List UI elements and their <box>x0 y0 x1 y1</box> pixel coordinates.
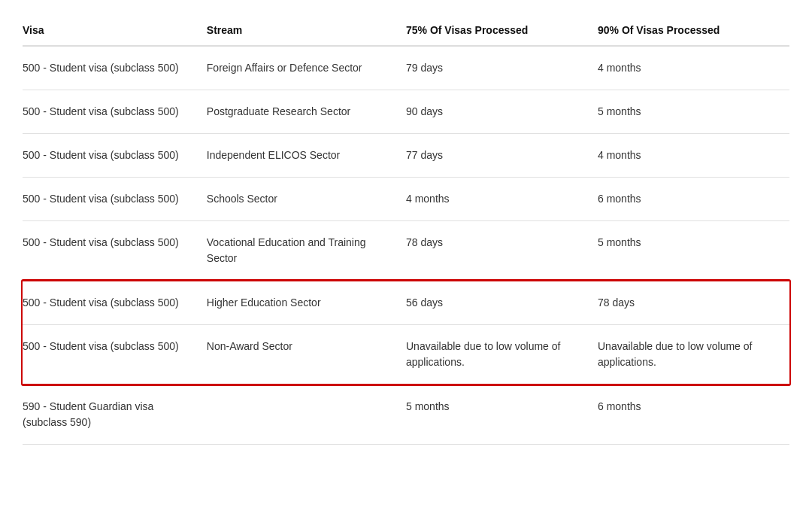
header-stream: Stream <box>207 15 406 46</box>
p75-cell: Unavailable due to low volume of applica… <box>406 325 598 385</box>
p90-cell: 5 months <box>598 221 789 281</box>
table-row: 500 - Student visa (subclass 500)Higher … <box>23 281 789 325</box>
p90-cell: 6 months <box>598 385 789 445</box>
p75-cell: 56 days <box>406 281 598 325</box>
table-row: 500 - Student visa (subclass 500)Schools… <box>23 178 789 221</box>
stream-cell: Foreign Affairs or Defence Sector <box>207 46 406 90</box>
stream-cell: Non-Award Sector <box>207 325 406 385</box>
p75-cell: 77 days <box>406 134 598 178</box>
table-row: 590 - Student Guardian visa (subclass 59… <box>23 385 789 445</box>
p75-cell: 4 months <box>406 178 598 221</box>
p90-cell: Unavailable due to low volume of applica… <box>598 325 789 385</box>
p90-cell: 78 days <box>598 281 789 325</box>
header-visa: Visa <box>23 15 207 46</box>
header-p75: 75% Of Visas Processed <box>406 15 598 46</box>
visa-processing-table: Visa Stream 75% Of Visas Processed 90% O… <box>23 15 789 445</box>
stream-cell: Independent ELICOS Sector <box>207 134 406 178</box>
stream-cell: Schools Sector <box>207 178 406 221</box>
table-row: 500 - Student visa (subclass 500)Vocatio… <box>23 221 789 281</box>
table-wrapper: Visa Stream 75% Of Visas Processed 90% O… <box>23 15 789 445</box>
stream-cell <box>207 385 406 445</box>
visa-cell: 500 - Student visa (subclass 500) <box>23 221 207 281</box>
p90-cell: 6 months <box>598 178 789 221</box>
header-p90: 90% Of Visas Processed <box>598 15 789 46</box>
visa-cell: 500 - Student visa (subclass 500) <box>23 134 207 178</box>
p90-cell: 4 months <box>598 46 789 90</box>
visa-cell: 500 - Student visa (subclass 500) <box>23 281 207 325</box>
p75-cell: 78 days <box>406 221 598 281</box>
table-row: 500 - Student visa (subclass 500)Foreign… <box>23 46 789 90</box>
p90-cell: 4 months <box>598 134 789 178</box>
p75-cell: 90 days <box>406 90 598 134</box>
stream-cell: Vocational Education and Training Sector <box>207 221 406 281</box>
p75-cell: 79 days <box>406 46 598 90</box>
visa-cell: 500 - Student visa (subclass 500) <box>23 90 207 134</box>
visa-cell: 500 - Student visa (subclass 500) <box>23 46 207 90</box>
stream-cell: Higher Education Sector <box>207 281 406 325</box>
visa-cell: 590 - Student Guardian visa (subclass 59… <box>23 385 207 445</box>
stream-cell: Postgraduate Research Sector <box>207 90 406 134</box>
table-row: 500 - Student visa (subclass 500)Indepen… <box>23 134 789 178</box>
table-header-row: Visa Stream 75% Of Visas Processed 90% O… <box>23 15 789 46</box>
visa-cell: 500 - Student visa (subclass 500) <box>23 178 207 221</box>
table-row: 500 - Student visa (subclass 500)Postgra… <box>23 90 789 134</box>
p75-cell: 5 months <box>406 385 598 445</box>
visa-cell: 500 - Student visa (subclass 500) <box>23 325 207 385</box>
table-row: 500 - Student visa (subclass 500)Non-Awa… <box>23 325 789 385</box>
p90-cell: 5 months <box>598 90 789 134</box>
